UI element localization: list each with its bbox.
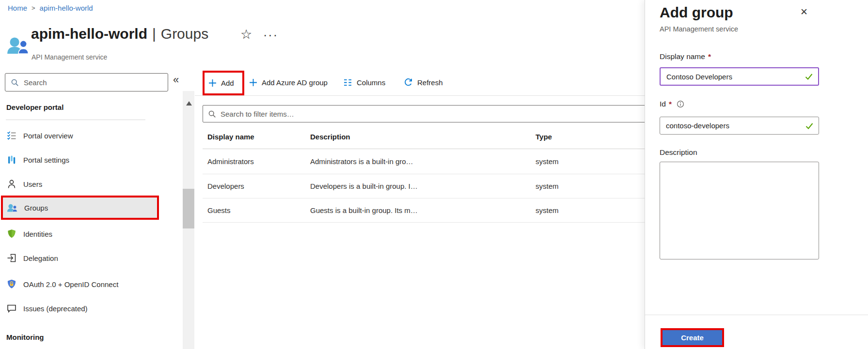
- column-header-description[interactable]: Description: [310, 125, 528, 149]
- plus-icon: [208, 79, 217, 87]
- sidebar-divider: [6, 120, 145, 120]
- filter-items-input[interactable]: Search to filter items…: [203, 105, 649, 122]
- filter-placeholder: Search to filter items…: [221, 110, 294, 118]
- add-group-panel: Add group ✕ API Management service Displ…: [645, 0, 868, 349]
- id-field[interactable]: contoso-developers: [660, 117, 819, 135]
- resource-name: apim-hello-world: [31, 26, 147, 42]
- id-label-text: Id: [660, 100, 666, 108]
- sidebar-item-identities[interactable]: Identities: [0, 223, 161, 244]
- columns-label: Columns: [357, 78, 385, 87]
- display-name-label-text: Display name: [660, 52, 705, 61]
- refresh-button[interactable]: Refresh: [404, 73, 443, 92]
- delegation-arrow-icon: [7, 253, 16, 263]
- display-name-label: Display name *: [660, 52, 711, 61]
- cell-type: system: [536, 174, 608, 198]
- sidebar-item-oauth[interactable]: OAuth 2.0 + OpenID Connect: [0, 273, 161, 295]
- page-title: apim-hello-world|Groups: [31, 26, 208, 42]
- valid-check-icon: [805, 121, 814, 130]
- title-divider: |: [152, 26, 156, 42]
- add-button[interactable]: Add: [203, 71, 244, 95]
- sidebar-item-groups-selected[interactable]: Groups: [1, 196, 159, 220]
- sidebar-item-delegation[interactable]: Delegation: [0, 247, 161, 269]
- table-row-developers[interactable]: Developers Developers is a built-in grou…: [203, 174, 649, 198]
- required-asterisk: *: [708, 52, 711, 61]
- cell-display-name: Administrators: [207, 149, 307, 174]
- id-label: Id *: [660, 100, 684, 108]
- green-shield-icon: [7, 229, 16, 239]
- close-icon[interactable]: ✕: [800, 6, 808, 17]
- cell-description: Developers is a built-in group. I…: [310, 174, 528, 198]
- refresh-label: Refresh: [417, 78, 443, 87]
- breadcrumb: Home > apim-hello-world: [8, 4, 93, 12]
- panel-footer-divider: [645, 315, 868, 315]
- description-textarea[interactable]: [660, 162, 819, 259]
- azure-portal-page: Home > apim-hello-world apim-hello-world…: [0, 0, 868, 349]
- sidebar-item-issues[interactable]: Issues (deprecated): [0, 298, 161, 319]
- breadcrumb-home-link[interactable]: Home: [8, 4, 27, 12]
- page-subtitle: API Management service: [32, 53, 107, 61]
- required-asterisk: *: [669, 100, 672, 108]
- sidebar-section-monitoring: Monitoring: [6, 333, 44, 341]
- sidebar-item-portal-overview[interactable]: Portal overview: [0, 125, 161, 146]
- speech-bubble-icon: [7, 303, 16, 313]
- cell-description: Administrators is a built-in gro…: [310, 149, 528, 174]
- description-label-text: Description: [660, 148, 697, 157]
- sidebar-item-label: Delegation: [23, 254, 58, 262]
- collapse-sidebar-chevrons[interactable]: «: [173, 74, 179, 86]
- sidebar-item-label: OAuth 2.0 + OpenID Connect: [23, 280, 118, 288]
- title-section: Groups: [161, 26, 208, 42]
- sidebar-item-label: Users: [23, 180, 42, 188]
- panel-title: Add group: [660, 2, 733, 23]
- columns-button[interactable]: Columns: [343, 73, 385, 92]
- table-row-guests[interactable]: Guests Guests is a built-in group. Its m…: [203, 198, 649, 223]
- display-name-value: Contoso Developers: [666, 73, 805, 81]
- cell-display-name: Guests: [207, 198, 307, 222]
- column-header-display-name[interactable]: Display name: [207, 125, 307, 149]
- add-button-label: Add: [221, 79, 234, 87]
- add-azure-ad-group-button[interactable]: Add Azure AD group: [249, 73, 328, 92]
- sidebar-item-label: Issues (deprecated): [23, 304, 88, 313]
- search-icon: [208, 110, 216, 118]
- id-value: contoso-developers: [666, 121, 805, 130]
- oauth-shield-lock-icon: [7, 279, 16, 289]
- sidebar-search-input[interactable]: Search: [5, 73, 168, 91]
- search-icon: [11, 78, 19, 87]
- person-icon: [7, 179, 16, 189]
- people-icon: [7, 203, 17, 212]
- cell-type: system: [536, 198, 608, 222]
- groups-people-icon: [6, 36, 29, 55]
- favorite-star-icon[interactable]: ☆: [240, 27, 252, 42]
- table-row-administrators[interactable]: Administrators Administrators is a built…: [203, 149, 649, 174]
- breadcrumb-current-link[interactable]: apim-hello-world: [40, 4, 93, 12]
- info-icon[interactable]: [677, 100, 684, 108]
- sidebar-item-label: Identities: [23, 230, 52, 238]
- sidebar-item-portal-settings[interactable]: Portal settings: [0, 149, 161, 170]
- create-button-annotation-box: Create: [661, 328, 724, 347]
- valid-check-icon: [805, 72, 813, 81]
- sliders-icon: [7, 155, 16, 165]
- sidebar-section-developer-portal: Developer portal: [6, 103, 63, 111]
- column-header-type[interactable]: Type: [536, 125, 608, 149]
- plus-icon: [249, 78, 257, 87]
- sidebar-search-placeholder: Search: [24, 78, 47, 87]
- cell-type: system: [536, 149, 608, 174]
- panel-subtitle: API Management service: [660, 25, 738, 33]
- more-ellipsis-icon[interactable]: ···: [263, 28, 278, 42]
- sidebar-item-label: Portal settings: [23, 156, 69, 164]
- breadcrumb-separator: >: [32, 4, 35, 12]
- command-bar-divider: [195, 95, 648, 96]
- sidebar-item-label: Groups: [24, 204, 48, 212]
- table-header-row: Display name Description Type: [203, 125, 649, 149]
- cell-display-name: Developers: [207, 174, 307, 198]
- checklist-icon: [7, 131, 16, 140]
- create-button[interactable]: Create: [663, 330, 722, 345]
- add-azure-ad-group-label: Add Azure AD group: [262, 78, 328, 87]
- description-label: Description: [660, 148, 697, 157]
- sidebar-scrollbar-thumb[interactable]: [183, 189, 194, 228]
- scrollbar-up-arrow[interactable]: [186, 101, 192, 106]
- sidebar-item-users[interactable]: Users: [0, 173, 161, 195]
- refresh-icon: [404, 78, 413, 87]
- display-name-field[interactable]: Contoso Developers: [660, 67, 819, 86]
- sidebar-item-label: Portal overview: [23, 132, 73, 140]
- columns-icon: [343, 79, 352, 86]
